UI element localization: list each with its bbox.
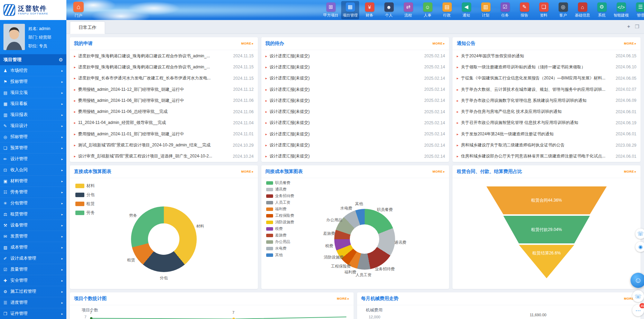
nav-item[interactable]: ☻ 个人 — [380, 1, 398, 19]
legend-item[interactable]: 职员餐费 — [266, 180, 294, 185]
list-item[interactable]: 进度款申报_珠海鹤港口建设_珠海鹤港口建设工程合作协议书_admin_... 2… — [74, 50, 254, 61]
legend-item[interactable]: 劳务 — [75, 210, 95, 216]
legend-item[interactable]: 水电费 — [266, 246, 294, 251]
donut-chart[interactable] — [131, 206, 197, 272]
nav-item[interactable]: ◎ 客户 — [554, 1, 572, 19]
expand-icon[interactable]: ❒ — [635, 24, 639, 29]
nav-item[interactable]: </> 智能建模 — [612, 1, 630, 19]
list-item[interactable]: 房和城乡建设厅关于取消二级建造师临时执业证书的公告 2023.08.29 — [457, 139, 636, 151]
more-link[interactable]: MORE — [337, 297, 349, 300]
nav-item[interactable]: ❏ 资料 — [535, 1, 553, 19]
sidebar-item[interactable]: ⚙ 施工过程管理 — [0, 286, 66, 297]
sidebar-item[interactable]: ☑ 质量管理 — [0, 264, 66, 275]
sidebar-item[interactable]: ✐ 设计成本管理 — [0, 253, 66, 264]
list-item[interactable]: 设计进度汇报(未提交) 2025.02.14 — [265, 117, 445, 128]
list-item[interactable]: 关于举办大数据、云计算技术在城市建设、规划、管理与服务中的应用培训班... 20… — [457, 84, 636, 95]
list-item[interactable]: 费用报销_admin_2024-11-01_部门经理审批_胡建_运行中 2024… — [74, 128, 254, 139]
list-item[interactable]: 设计进度汇报(未提交) 2025.02.14 — [265, 61, 445, 72]
list-item[interactable]: 设计进度汇报(未提交) 2025.02.14 — [265, 50, 445, 61]
list-item[interactable]: 费用报销_admin_2024-11-06_部门经理审批_胡建_运行中 2024… — [74, 95, 254, 106]
legend-item[interactable]: 材料 — [75, 183, 95, 189]
list-item[interactable]: 费用报销_admin_2024-11-12_部门经理审批_胡建_运行中 2024… — [74, 84, 254, 95]
tab-daily-work[interactable]: 日常工作 — [70, 21, 105, 34]
phone-button[interactable]: ☏ — [632, 290, 644, 302]
list-item[interactable]: 设计进度汇报(未提交) 2025.02.14 — [265, 106, 445, 117]
nav-item[interactable]: ⇄ 流程 — [399, 1, 417, 19]
more-link[interactable]: MORE — [432, 42, 445, 45]
list-item[interactable]: 设计进度汇报(未提交) 2025.02.14 — [265, 151, 445, 162]
legend-item[interactable]: 其他 — [266, 252, 294, 258]
list-item[interactable]: 关于发放2024年第24批一级建造师注册证书的通知 2024.06.01 — [457, 128, 636, 139]
sidebar-item[interactable]: ✏ 设计管理 — [0, 154, 66, 165]
nav-item[interactable]: ☺ 人事 — [419, 1, 437, 19]
line-chart[interactable] — [70, 305, 354, 319]
sidebar-item[interactable]: ✉ 发票管理 — [0, 231, 66, 242]
list-item[interactable]: 设计进度汇报(未提交) 2025.02.14 — [265, 84, 445, 95]
list-item[interactable]: 进度款申报_长春市伊通河水力发电厂改建工程_长春市伊通河水力发电... 2024… — [74, 73, 254, 84]
more-link[interactable]: MORE — [241, 42, 254, 45]
sidebar-item[interactable]: ⊡ 收入合同 — [0, 165, 66, 176]
line-chart[interactable] — [357, 305, 641, 319]
legend-item[interactable]: 消防设施费 — [266, 220, 294, 225]
sidebar-item[interactable]: ◎ 招标管理 — [0, 132, 66, 143]
list-item[interactable]: 关于举办市政公用设施数字化管理信息 系统建设与应用培训班的通知 2024.06.… — [457, 95, 636, 106]
service-button[interactable]: ◉ — [635, 242, 644, 252]
nav-item[interactable]: ⊞ 甲方项目 — [322, 1, 340, 19]
list-item[interactable]: 住房和城乡建设部办公厅关于同意吉林省开展二级建造师注册证书电子化试点... 20… — [457, 151, 636, 162]
list-item[interactable]: 设计进度汇报(未提交) 2025.02.14 — [265, 73, 445, 84]
legend-item[interactable]: 工程保险费 — [266, 213, 294, 218]
list-item[interactable]: 关于领取一级注册建造师培训补贴的通知（须持一建证书前来领取） 2024.06.1… — [457, 61, 636, 72]
nav-item[interactable]: ◀ 通知 — [457, 1, 475, 19]
legend-item[interactable]: 差旅费 — [266, 233, 294, 238]
legend-item[interactable]: 办公用品 — [266, 239, 294, 244]
more-link[interactable]: MORE — [624, 170, 636, 173]
sidebar-item[interactable]: ⚑ 投标管理 — [0, 76, 66, 87]
sidebar-item[interactable]: ▥ 项目报表 — [0, 109, 66, 120]
more-link[interactable]: MORE — [624, 42, 636, 45]
list-item[interactable]: 设计进度汇报(未提交) 2025.02.14 — [265, 95, 445, 106]
sidebar-item[interactable]: ☰ 进度管理 — [0, 297, 66, 308]
funnel-stage[interactable]: 租赁付款29.04% — [486, 216, 607, 244]
nav-item[interactable]: ✎ 报告 — [515, 1, 533, 19]
list-item[interactable]: 进度款申报_珠海鹤港口建设_珠海鹤港口建设工程合作协议书_admin_... 2… — [74, 61, 254, 72]
key-icon[interactable]: ✦ — [627, 24, 631, 29]
list-item[interactable]: 设计审查_彭祖新城"四馆"景观工程设计项目_请选择_胡广生_2024-10-2.… — [74, 151, 254, 162]
legend-item[interactable]: 人员工资 — [266, 200, 294, 205]
lease-funnel-chart[interactable]: 租赁合同44.36%租赁付款29.04%租赁结算26.6% — [486, 186, 607, 278]
funnel-stage[interactable]: 租赁合同44.36% — [486, 186, 607, 214]
message-button[interactable]: ⋯ 45 — [632, 304, 644, 316]
sidebar-item[interactable]: ⚖ 租赁管理 — [0, 209, 66, 220]
sidebar-item[interactable]: ▣ 材料管理 — [0, 176, 66, 187]
nav-item[interactable]: ▥ 计划 — [477, 1, 495, 19]
nav-item[interactable]: ▦ 项目管理 — [341, 1, 359, 19]
sidebar-item[interactable]: ✳ 分包管理 — [0, 198, 66, 209]
list-item[interactable]: 于征集《中国建筑施工行业信息化发展报告（2024）—BIM应用与发展》材料...… — [457, 73, 636, 84]
legend-item[interactable]: 租赁 — [75, 201, 95, 207]
list-item[interactable]: 11_2024-11-04_admin_经营部_领导审批__完成 2024.11… — [74, 117, 254, 128]
list-item[interactable]: 费用报销_admin_2024-11-06_总经理审批__完成 2024.11.… — [74, 106, 254, 117]
sidebar-item[interactable]: ▦ 项目看板 — [0, 98, 66, 109]
service-robot-button[interactable]: ☺ — [631, 273, 644, 288]
funnel-stage[interactable]: 租赁结算26.6% — [486, 245, 607, 278]
sidebar-item[interactable]: ▨ 成本管理 — [0, 242, 66, 253]
sidebar-item[interactable]: ✎ 项目设计 — [0, 120, 66, 132]
list-item[interactable]: 设计进度汇报(未提交) 2025.02.14 — [265, 128, 445, 139]
legend-item[interactable]: 税费 — [266, 226, 294, 231]
more-link[interactable]: MORE — [432, 170, 445, 173]
sidebar-item[interactable]: ☷ 劳务管理 — [0, 187, 66, 198]
legend-item[interactable]: 福利费 — [266, 206, 294, 212]
nav-item[interactable]: ⌂ 基础信息 — [573, 1, 591, 19]
sidebar-item[interactable]: ❏ 预算管理 — [0, 143, 66, 154]
list-item[interactable]: 关于2024年国庆节放假安排的通知 2024.06.15 — [457, 50, 636, 61]
nav-item[interactable]: ▤ 行政 — [438, 1, 456, 19]
direct-cost-donut[interactable]: 材料分包租赁劳务 — [131, 206, 197, 272]
sidebar-item[interactable]: ❐ 证件管理 — [0, 308, 66, 319]
legend-item[interactable]: 分包 — [75, 192, 95, 198]
phone-contact-button[interactable]: ☏ — [635, 229, 644, 239]
list-item[interactable]: 关于召开市政公用设施智慧化管理 信息技术与应用培训班的通知 2024.06.19 — [457, 117, 636, 128]
nav-item[interactable]: ☰ 管理 — [632, 1, 644, 19]
list-item[interactable]: 设计进度汇报(未提交) 2025.02.14 — [265, 139, 445, 151]
nav-item[interactable]: ¥ 财务 — [361, 1, 379, 19]
indirect-cost-donut[interactable]: 职员餐费通讯费业务招待费人员工资福利费工程保险费消防设施费税费差旅费办公用品水电… — [334, 209, 395, 270]
sidebar-item[interactable]: ▤ 项目立项 — [0, 87, 66, 98]
